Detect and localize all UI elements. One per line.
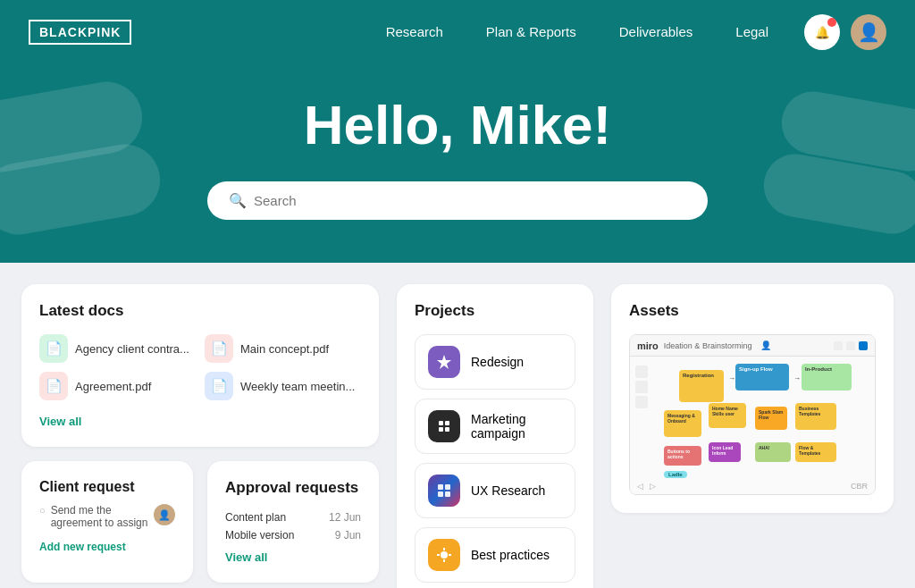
- doc-icon-3: 📄: [205, 372, 233, 400]
- search-icon: 🔍: [229, 192, 247, 209]
- project-name-2: UX Research: [471, 483, 545, 498]
- project-name-3: Best practices: [471, 548, 550, 562]
- svg-rect-2: [445, 421, 449, 425]
- project-name-1: Marketing campaign: [471, 412, 562, 441]
- doc-name-1: Main concept.pdf: [240, 342, 329, 356]
- notification-button[interactable]: 🔔: [804, 14, 840, 50]
- project-item-1[interactable]: Marketing campaign: [415, 399, 575, 454]
- doc-icon-0: 📄: [39, 334, 68, 363]
- radio-icon: ○: [39, 505, 46, 516]
- nav-actions: 🔔 👤: [804, 14, 886, 50]
- svg-rect-7: [438, 491, 443, 497]
- greeting-heading: Hello, Mike!: [29, 93, 886, 156]
- docs-grid: 📄 Agency client contra... 📄 Main concept…: [39, 334, 361, 400]
- search-bar: 🔍: [207, 181, 708, 220]
- miro-logo: miro: [637, 340, 659, 351]
- nav-plan-reports[interactable]: Plan & Reports: [486, 24, 576, 39]
- doc-item-0[interactable]: 📄 Agency client contra...: [39, 334, 196, 363]
- projects-column: Projects Redesign: [397, 284, 593, 588]
- client-request-text: Send me the agreement to assign: [51, 504, 148, 529]
- client-request-card: Client request ○ Send me the agreement t…: [21, 461, 193, 583]
- avatar[interactable]: 👤: [851, 14, 886, 50]
- nav-research[interactable]: Research: [386, 24, 443, 39]
- bell-icon: 🔔: [815, 26, 830, 39]
- approval-item-1: Mobile version 9 Jun: [225, 529, 361, 542]
- assets-preview[interactable]: miro Ideation & Brainstorming 👤: [629, 334, 876, 495]
- assets-card: Assets miro Ideation & Brainstorming 👤: [611, 284, 894, 513]
- assets-title: Assets: [629, 302, 876, 320]
- svg-rect-4: [445, 427, 449, 432]
- approval-date-0: 12 Jun: [329, 511, 361, 524]
- nav-legal[interactable]: Legal: [735, 24, 768, 39]
- approval-item-0: Content plan 12 Jun: [225, 511, 361, 524]
- doc-item-2[interactable]: 📄 Agreement.pdf: [39, 372, 196, 400]
- projects-card: Projects Redesign: [397, 284, 593, 588]
- project-list: Redesign Marketing campaign: [415, 334, 575, 583]
- project-icon-1: [428, 410, 460, 442]
- nav-links: Research Plan & Reports Deliverables Leg…: [386, 24, 768, 40]
- svg-rect-3: [439, 427, 443, 432]
- approval-requests-card: Approval requests Content plan 12 Jun Mo…: [207, 461, 379, 583]
- bottom-cards: Client request ○ Send me the agreement t…: [21, 461, 379, 583]
- add-request-link[interactable]: Add new request: [39, 541, 126, 553]
- doc-item-1[interactable]: 📄 Main concept.pdf: [205, 334, 361, 363]
- approval-name-0: Content plan: [225, 511, 286, 524]
- doc-item-3[interactable]: 📄 Weekly team meetin...: [205, 372, 361, 400]
- project-name-0: Redesign: [471, 355, 524, 369]
- docs-view-all[interactable]: View all: [39, 415, 81, 428]
- approval-date-1: 9 Jun: [335, 529, 361, 542]
- svg-rect-6: [445, 484, 450, 490]
- doc-icon-1: 📄: [205, 334, 233, 363]
- miro-canvas: Registration Sign-up Flow In-Product → →…: [630, 357, 875, 494]
- left-column: Latest docs 📄 Agency client contra... 📄 …: [21, 284, 379, 588]
- project-item-0[interactable]: Redesign: [415, 334, 575, 390]
- approval-view-all[interactable]: View all: [225, 550, 267, 564]
- svg-rect-1: [439, 421, 443, 425]
- project-icon-2: [428, 475, 460, 507]
- project-icon-3: [428, 539, 460, 571]
- nav-deliverables[interactable]: Deliverables: [619, 24, 693, 39]
- avatar-icon: 👤: [858, 21, 880, 43]
- approval-name-1: Mobile version: [225, 529, 294, 542]
- logo[interactable]: BLACKPINK: [29, 20, 131, 45]
- approval-title: Approval requests: [225, 479, 361, 497]
- search-input[interactable]: [254, 193, 686, 208]
- project-icon-0: [428, 346, 460, 378]
- svg-marker-0: [437, 355, 451, 369]
- project-item-2[interactable]: UX Research: [415, 463, 575, 518]
- assets-column: Assets miro Ideation & Brainstorming 👤: [611, 284, 894, 588]
- navbar: BLACKPINK Research Plan & Reports Delive…: [0, 0, 915, 64]
- miro-title: Ideation & Brainstorming: [664, 341, 752, 350]
- latest-docs-title: Latest docs: [39, 302, 361, 320]
- doc-icon-2: 📄: [39, 372, 68, 400]
- hero-section: Hello, Mike! 🔍: [0, 64, 915, 263]
- svg-rect-5: [438, 484, 443, 490]
- latest-docs-card: Latest docs 📄 Agency client contra... 📄 …: [21, 284, 379, 447]
- client-request-desc: ○ Send me the agreement to assign 👤: [39, 504, 175, 529]
- notification-badge: [827, 18, 836, 27]
- doc-name-2: Agreement.pdf: [75, 380, 151, 393]
- doc-name-0: Agency client contra...: [75, 342, 189, 356]
- main-content: Latest docs 📄 Agency client contra... 📄 …: [0, 263, 915, 588]
- miro-user-icon: 👤: [760, 340, 771, 350]
- doc-name-3: Weekly team meetin...: [240, 380, 355, 393]
- svg-rect-8: [445, 491, 450, 497]
- miro-toolbar: miro Ideation & Brainstorming 👤: [630, 335, 875, 357]
- project-item-3[interactable]: Best practices: [415, 527, 575, 583]
- client-request-title: Client request: [39, 479, 175, 495]
- client-avatar: 👤: [154, 504, 175, 525]
- projects-title: Projects: [415, 302, 575, 320]
- svg-point-9: [441, 551, 448, 559]
